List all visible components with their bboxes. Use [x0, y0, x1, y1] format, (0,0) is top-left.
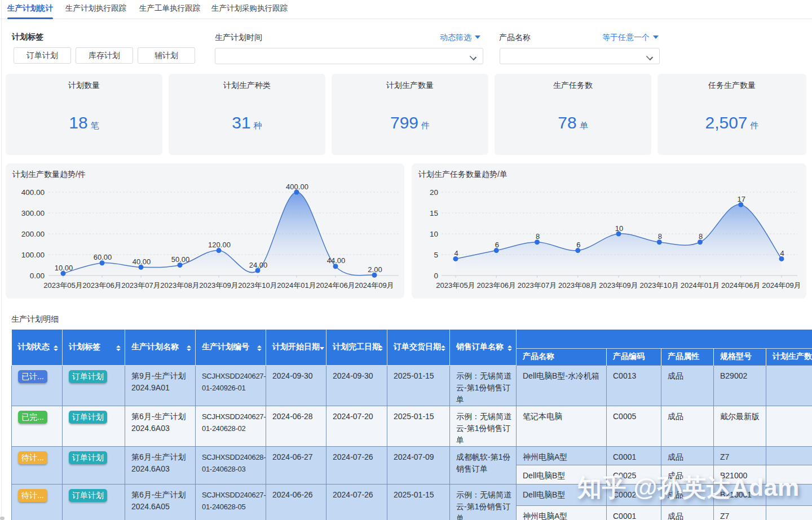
svg-text:400.00: 400.00 — [286, 183, 308, 191]
svg-text:44.00: 44.00 — [327, 256, 346, 265]
svg-text:2023年06月: 2023年06月 — [82, 281, 121, 290]
svg-text:400.00: 400.00 — [21, 188, 45, 197]
svg-text:120.00: 120.00 — [208, 241, 231, 249]
svg-text:60.00: 60.00 — [94, 253, 112, 261]
svg-text:2023年06月: 2023年06月 — [477, 281, 516, 290]
svg-text:6: 6 — [495, 241, 499, 249]
svg-text:2023年05月: 2023年05月 — [436, 281, 475, 290]
svg-text:40.00: 40.00 — [133, 257, 151, 266]
svg-text:6: 6 — [576, 241, 580, 249]
svg-text:2.00: 2.00 — [368, 265, 382, 274]
svg-text:2024年09月: 2024年09月 — [762, 281, 801, 290]
svg-text:2023年05月: 2023年05月 — [43, 281, 82, 290]
svg-text:100.00: 100.00 — [21, 251, 45, 259]
svg-text:2023年10月: 2023年10月 — [238, 281, 277, 290]
svg-text:2024年09月: 2024年09月 — [355, 281, 394, 290]
svg-text:2023年08月: 2023年08月 — [558, 281, 597, 290]
svg-text:17: 17 — [738, 195, 745, 203]
svg-text:10: 10 — [615, 224, 623, 233]
svg-text:200.00: 200.00 — [21, 230, 45, 238]
svg-text:10.00: 10.00 — [55, 264, 73, 272]
svg-text:24.00: 24.00 — [249, 261, 268, 269]
svg-text:2024年01月: 2024年01月 — [277, 281, 316, 290]
svg-text:0: 0 — [434, 272, 438, 280]
svg-text:8: 8 — [699, 232, 703, 241]
svg-text:2023年07月: 2023年07月 — [518, 281, 557, 290]
svg-text:8: 8 — [658, 232, 662, 241]
svg-text:20: 20 — [430, 188, 438, 197]
svg-text:2023年10月: 2023年10月 — [640, 281, 679, 290]
svg-text:8: 8 — [536, 232, 540, 241]
svg-text:5: 5 — [434, 251, 438, 259]
svg-text:2023年08月: 2023年08月 — [160, 281, 199, 290]
svg-text:0.00: 0.00 — [30, 272, 45, 280]
svg-text:2023年09月: 2023年09月 — [199, 281, 238, 290]
svg-text:2024年01月: 2024年01月 — [681, 281, 720, 290]
svg-text:2024年06月: 2024年06月 — [316, 281, 355, 290]
svg-text:4: 4 — [454, 249, 458, 257]
svg-text:4: 4 — [780, 249, 784, 257]
svg-text:2023年09月: 2023年09月 — [599, 281, 638, 290]
svg-text:15: 15 — [430, 209, 438, 217]
svg-text:2023年07月: 2023年07月 — [121, 281, 160, 290]
svg-text:300.00: 300.00 — [21, 209, 45, 217]
svg-text:10: 10 — [430, 230, 438, 238]
svg-text:2024年06月: 2024年06月 — [721, 281, 760, 290]
svg-text:50.00: 50.00 — [171, 255, 190, 264]
